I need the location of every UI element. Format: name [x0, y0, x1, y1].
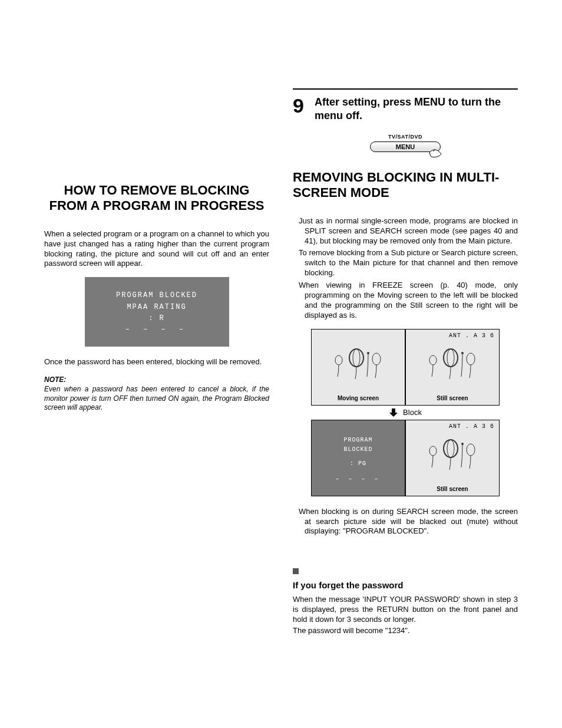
forgot-p1: When the message 'INPUT YOUR PASSWORD' s…	[293, 595, 518, 625]
balloons-icon	[406, 348, 499, 381]
forgot-heading: If you forget the password	[293, 580, 518, 590]
svg-point-9	[467, 353, 475, 365]
svg-point-13	[461, 443, 464, 445]
svg-point-8	[461, 352, 464, 354]
dia-ant-label-top: ANT . A 3 6	[449, 332, 494, 339]
left-p1: When a selected program or a program on …	[44, 229, 269, 269]
rlist-i1: Just as in normal single-screen mode, pr…	[299, 216, 518, 246]
step-9: 9 After setting, press MENU to turn the …	[293, 88, 518, 122]
svg-point-0	[335, 355, 342, 365]
dia-moving-label: Moving screen	[312, 395, 405, 401]
blocked-rating: : PG	[312, 459, 405, 469]
dia-moving-cell: Moving screen	[311, 329, 405, 406]
blocked-dashes: – – – –	[312, 469, 405, 484]
balloons-icon	[312, 348, 405, 381]
left-heading: HOW TO REMOVE BLOCKING FROM A PROGRAM IN…	[44, 183, 269, 214]
step-number: 9	[293, 95, 304, 122]
step-text: After setting, press MENU to turn the me…	[315, 95, 518, 122]
balloons-icon	[406, 439, 499, 472]
blocked-line2: BLOCKED	[312, 445, 405, 454]
osd-line1: PROGRAM BLOCKED	[85, 290, 229, 301]
dia-still-label-bottom: Still screen	[406, 486, 499, 492]
forgot-p2: The password will become "1234".	[293, 626, 518, 636]
menu-button-top-label: TV/SAT/DVD	[370, 134, 441, 140]
left-p2: Once the password has been entered, bloc…	[44, 357, 269, 367]
dia-still-cell-top: ANT . A 3 6	[405, 329, 500, 406]
dia-still-label-top: Still screen	[406, 395, 499, 401]
finger-press-icon	[428, 147, 444, 160]
dia-blocked-cell: PROGRAM BLOCKED : PG – – – –	[311, 420, 405, 496]
svg-point-12	[447, 440, 454, 457]
right-heading: REMOVING BLOCKING IN MULTI-SCREEN MODE	[293, 170, 518, 201]
right-column: 9 After setting, press MENU to turn the …	[293, 88, 518, 644]
multi-screen-diagram: Moving screen ANT . A 3 6	[311, 329, 500, 496]
menu-button-illustration: TV/SAT/DVD MENU	[370, 134, 441, 152]
menu-button-label: MENU	[396, 143, 415, 150]
note-body: Even when a password has been entered to…	[44, 385, 269, 413]
menu-button: MENU	[370, 141, 441, 152]
svg-point-10	[429, 446, 437, 456]
svg-point-1	[349, 349, 363, 367]
osd-line3: : R	[85, 313, 229, 324]
svg-point-5	[429, 355, 437, 365]
note-label: NOTE:	[44, 375, 269, 384]
osd-line2: MPAA RATING	[85, 302, 229, 313]
svg-point-6	[444, 349, 458, 367]
svg-point-4	[372, 353, 381, 365]
after-diagram-p: When blocking is on during SEARCH screen…	[299, 507, 518, 537]
svg-point-3	[367, 352, 369, 354]
dia-still-cell-bottom: ANT . A 3 6	[405, 420, 500, 496]
square-bullet-icon	[293, 568, 299, 574]
down-arrow-icon	[389, 408, 398, 417]
after-diagram-note: When blocking is on during SEARCH screen…	[293, 507, 518, 537]
svg-point-7	[447, 349, 454, 367]
osd-dashes: – – – –	[85, 324, 229, 335]
svg-point-14	[467, 444, 475, 456]
osd-program-blocked: PROGRAM BLOCKED MPAA RATING : R – – – –	[85, 277, 229, 347]
svg-point-11	[444, 440, 458, 457]
blocked-line1: PROGRAM	[312, 436, 405, 445]
rlist-i3: When viewing in FREEZE screen (p. 40) mo…	[299, 281, 518, 321]
block-label: Block	[403, 408, 422, 417]
left-column: HOW TO REMOVE BLOCKING FROM A PROGRAM IN…	[44, 88, 269, 644]
dia-ant-label-bottom: ANT . A 3 6	[449, 423, 494, 430]
block-arrow-row: Block	[311, 406, 500, 420]
right-list: Just as in normal single-screen mode, pr…	[293, 216, 518, 321]
svg-point-2	[353, 349, 360, 367]
rlist-i2: To remove blocking from a Sub picture or…	[299, 248, 518, 278]
